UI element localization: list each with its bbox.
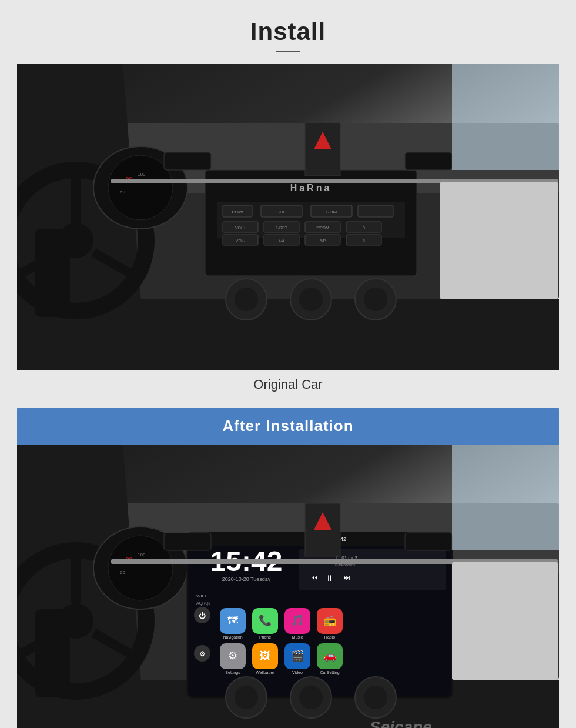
svg-rect-126 [452,445,559,550]
svg-rect-23 [358,205,393,217]
original-car-section: 80 60 100 HaRna POW SRC RDM [17,64,559,398]
svg-point-48 [299,288,323,311]
svg-text:5/P: 5/P [320,239,326,243]
svg-text:VOL-: VOL- [236,239,246,243]
svg-point-46 [235,288,258,311]
svg-rect-55 [452,64,559,170]
svg-text:3: 3 [363,226,365,230]
svg-text:⚙: ⚙ [199,650,206,658]
svg-rect-125 [452,562,558,680]
svg-text:🚗: 🚗 [323,649,337,662]
svg-point-12 [108,155,173,220]
svg-text:Video: Video [292,670,303,674]
svg-text:🗺: 🗺 [227,615,238,626]
svg-text:Seicane: Seicane [370,718,432,728]
svg-text:🖼: 🖼 [260,650,270,662]
svg-text:⏭: ⏭ [343,573,350,582]
svg-point-50 [364,288,387,311]
svg-text:100: 100 [138,172,146,177]
title-divider [276,51,300,52]
svg-text:Music: Music [292,635,303,639]
svg-text:1/RPT: 1/RPT [276,226,288,230]
svg-point-68 [108,536,173,600]
svg-text:Radio: Radio [324,635,335,639]
after-installation-text: After Installation [222,417,353,435]
svg-text:AQRQJ: AQRQJ [196,601,210,606]
svg-text:⏮: ⏮ [311,573,318,582]
svg-text:⚙: ⚙ [228,650,237,662]
svg-rect-123 [164,533,211,550]
svg-text:⏸: ⏸ [326,573,334,583]
svg-text:🎬: 🎬 [291,649,304,662]
page-wrapper: Install [0,0,576,728]
svg-text:100: 100 [138,552,146,557]
svg-point-119 [299,686,323,709]
svg-text:2020-10-20  Tuesday: 2020-10-20 Tuesday [222,576,271,582]
svg-text:6: 6 [363,239,365,243]
svg-point-7 [58,223,93,258]
svg-text:HaRna: HaRna [290,183,332,193]
svg-text:60: 60 [120,189,125,195]
svg-text:📻: 📻 [323,614,337,627]
svg-text:Navigation: Navigation [223,635,242,640]
svg-text:CarSetting: CarSetting [320,670,339,675]
svg-text:SRC: SRC [277,209,287,215]
after-installation-section: 80 60 100 ▶ 15:42 ≡ ◻ ◁ 15:42 2020-10-20… [17,445,559,728]
svg-text:WiFi: WiFi [196,593,206,599]
svg-text:POW: POW [232,209,243,215]
svg-point-121 [364,686,387,709]
svg-text:📞: 📞 [259,614,272,627]
after-installation-image: 80 60 100 ▶ 15:42 ≡ ◻ ◁ 15:42 2020-10-20… [17,445,559,728]
svg-rect-52 [164,152,211,170]
svg-text:60: 60 [120,570,125,575]
svg-text:4/A: 4/A [279,239,285,243]
original-car-label: Original Car [17,377,559,392]
svg-text:VOL+: VOL+ [235,226,246,230]
svg-rect-54 [440,182,558,299]
svg-text:Phone: Phone [259,635,271,639]
svg-rect-53 [405,152,452,170]
after-installation-banner: After Installation [17,408,559,445]
svg-point-117 [235,686,258,709]
svg-text:Wallpaper: Wallpaper [256,670,274,675]
svg-text:Settings: Settings [225,670,240,675]
page-title: Install [250,18,326,46]
svg-text:RDM: RDM [326,209,337,215]
svg-text:2/RDM: 2/RDM [316,226,329,230]
svg-rect-124 [405,533,452,550]
svg-text:⏻: ⏻ [199,612,206,620]
svg-point-63 [58,603,93,639]
svg-text:🎵: 🎵 [291,614,304,627]
original-car-image: 80 60 100 HaRna POW SRC RDM [17,64,559,370]
